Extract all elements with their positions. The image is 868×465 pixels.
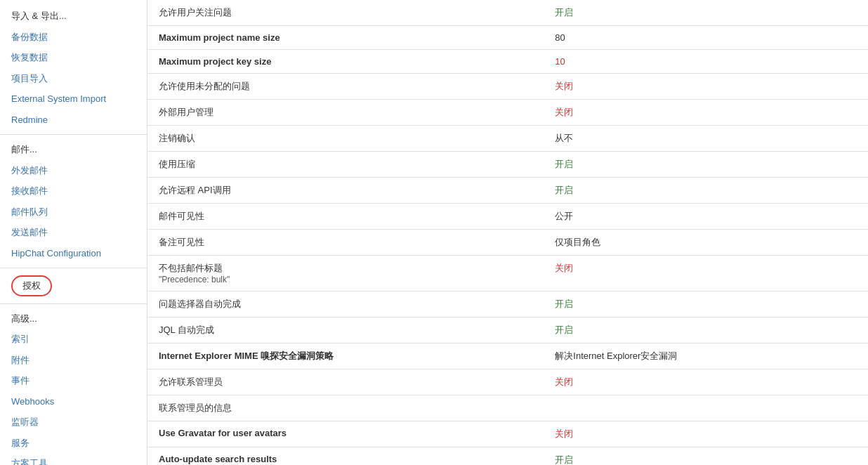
setting-value-jql-autocomplete: 开启 [544,317,868,343]
table-row: 允许联系管理员关闭 [147,369,868,395]
setting-value-exclude-mail-subject: 关闭 [544,256,868,292]
table-row: Use Gravatar for user avatars关闭 [147,421,868,447]
setting-label-contact-admin-info: 联系管理员的信息 [147,395,544,421]
sidebar-item-incoming-mail[interactable]: 接收邮件 [0,181,147,202]
table-row: 允许使用未分配的问题关闭 [147,74,868,100]
sidebar-item-redmine[interactable]: Redmine [0,110,147,131]
setting-value-allow-unassigned-issue: 关闭 [544,74,868,100]
sidebar-item-import-export: 导入 & 导出... [0,6,147,27]
setting-value-use-compression: 开启 [544,152,868,178]
table-row: Auto-update search results开启 [147,447,868,466]
setting-value-ie-mime: 解决Internet Explorer安全漏洞 [544,343,868,369]
table-row: 使用压缩开启 [147,152,868,178]
sidebar-item-external-system-import[interactable]: External System Import [0,89,147,110]
table-row: 联系管理员的信息 [147,395,868,421]
sidebar-item-advanced: 高级... [0,308,147,329]
setting-label-issue-selector-autocomplete: 问题选择器自动完成 [147,292,544,317]
setting-value-auto-update-search: 开启 [544,447,868,466]
sidebar-item-auth[interactable]: 授权 [11,275,52,296]
table-row: JQL 自动完成开启 [147,317,868,343]
sidebar-item-solution-tools[interactable]: 方案工具 [0,453,147,465]
setting-label-auto-update-search: Auto-update search results [147,447,544,466]
setting-value-contact-admin-info [544,395,868,421]
setting-value-mail-visibility: 公开 [544,204,868,230]
sidebar-item-restore-data[interactable]: 恢复数据 [0,47,147,68]
sidebar-item-event[interactable]: 事件 [0,370,147,391]
sidebar: 导入 & 导出...备份数据恢复数据项目导入External System Im… [0,0,147,465]
sidebar-item-monitor[interactable]: 监听器 [0,412,147,433]
table-row: 注销确认从不 [147,126,868,152]
setting-label-allow-contact-admin: 允许联系管理员 [147,369,544,395]
sidebar-divider [0,134,147,135]
sidebar-item-hipchat[interactable]: HipChat Configuration [0,243,147,264]
setting-value-external-user-mgmt: 关闭 [544,100,868,126]
setting-value-allow-remote-api: 开启 [544,178,868,204]
sidebar-item-mail-queue[interactable]: 邮件队列 [0,202,147,223]
table-row: 邮件可见性公开 [147,204,868,230]
setting-label-gravatar: Use Gravatar for user avatars [147,421,544,447]
table-row: 外部用户管理关闭 [147,100,868,126]
table-row: 允许远程 API调用开启 [147,178,868,204]
setting-label-max-project-name-size: Maximum project name size [147,26,544,50]
setting-label-external-user-mgmt: 外部用户管理 [147,100,544,126]
setting-label-allow-unassigned-issue: 允许使用未分配的问题 [147,74,544,100]
setting-label-comment-visibility: 备注可见性 [147,230,544,256]
sidebar-item-webhooks[interactable]: Webhooks [0,391,147,412]
setting-sub-exclude-mail-subject: "Precedence: bulk" [159,275,532,284]
sidebar-divider [0,303,147,304]
setting-label-allow-remote-api: 允许远程 API调用 [147,178,544,204]
table-row: Maximum project name size80 [147,26,868,50]
setting-value-logout-confirm: 从不 [544,126,868,152]
table-row: 不包括邮件标题"Precedence: bulk"关闭 [147,256,868,292]
table-row: 允许用户关注问题开启 [147,0,868,26]
setting-value-max-project-name-size: 80 [544,26,868,50]
table-row: Maximum project key size10 [147,50,868,74]
setting-label-jql-autocomplete: JQL 自动完成 [147,317,544,343]
setting-value-gravatar: 关闭 [544,421,868,447]
table-row: 问题选择器自动完成开启 [147,292,868,317]
setting-label-ie-mime: Internet Explorer MIME 嗅探安全漏洞策略 [147,343,544,369]
setting-value-issue-selector-autocomplete: 开启 [544,292,868,317]
sidebar-item-mail: 邮件... [0,139,147,160]
setting-label-exclude-mail-subject: 不包括邮件标题"Precedence: bulk" [147,256,544,292]
table-row: 备注可见性仅项目角色 [147,230,868,256]
sidebar-item-index[interactable]: 索引 [0,329,147,350]
setting-value-comment-visibility: 仅项目角色 [544,230,868,256]
sidebar-item-send-mail[interactable]: 发送邮件 [0,222,147,243]
setting-value-allow-contact-admin: 关闭 [544,369,868,395]
sidebar-item-backup-data[interactable]: 备份数据 [0,27,147,48]
setting-label-logout-confirm: 注销确认 [147,126,544,152]
sidebar-divider [0,268,147,268]
sidebar-item-attachment[interactable]: 附件 [0,350,147,371]
setting-label-use-compression: 使用压缩 [147,152,544,178]
table-row: Internet Explorer MIME 嗅探安全漏洞策略解决Interne… [147,343,868,369]
setting-label-max-project-key-size: Maximum project key size [147,50,544,74]
settings-table: 允许用户关注问题开启Maximum project name size80Max… [147,0,868,465]
main-content: 允许用户关注问题开启Maximum project name size80Max… [147,0,868,465]
setting-label-mail-visibility: 邮件可见性 [147,204,544,230]
sidebar-item-service[interactable]: 服务 [0,433,147,454]
sidebar-item-project-import[interactable]: 项目导入 [0,68,147,89]
setting-value-allow-user-follow-issue: 开启 [544,0,868,26]
sidebar-item-outgoing-mail[interactable]: 外发邮件 [0,160,147,181]
setting-value-max-project-key-size: 10 [544,50,868,74]
setting-label-allow-user-follow-issue: 允许用户关注问题 [147,0,544,26]
